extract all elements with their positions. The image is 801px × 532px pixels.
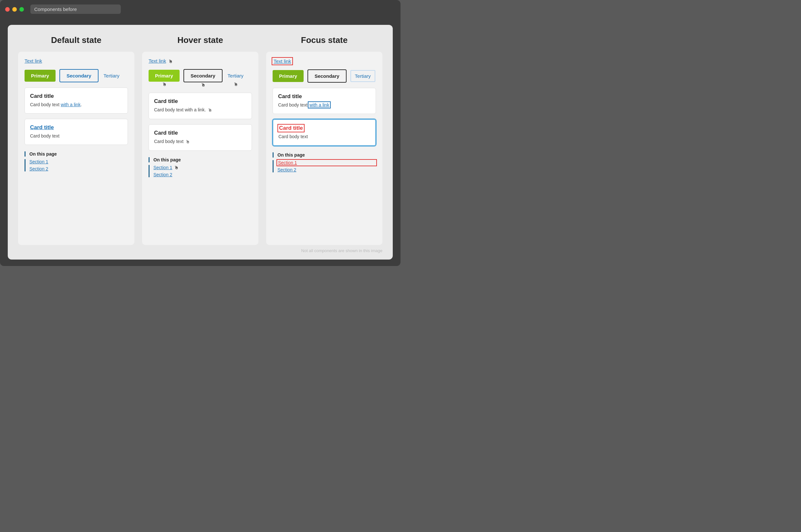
maximize-button[interactable] xyxy=(19,7,24,12)
columns-container: Default state Text link Primary Secondar… xyxy=(18,35,383,245)
hover-card2-title: Card title xyxy=(154,130,246,136)
hover-nav-section2[interactable]: Section 2 xyxy=(153,172,252,177)
focus-card2-title[interactable]: Card title xyxy=(278,125,304,131)
default-on-this-page-label: On this page xyxy=(24,151,128,156)
focus-on-this-page-label: On this page xyxy=(273,152,376,157)
focus-nav: Section 1 Section 2 xyxy=(273,160,376,172)
default-nav-section1[interactable]: Section 1 xyxy=(30,159,128,164)
default-on-this-page: On this page Section 1 Section 2 xyxy=(24,151,128,171)
focus-card2-body: Card body text xyxy=(278,133,370,140)
default-column-card: Text link Primary Secondary Tertiary Car… xyxy=(18,52,134,245)
default-card1-title: Card title xyxy=(30,93,123,99)
hover-nav-cursor: 🖱 xyxy=(174,165,179,170)
column-focus: Focus state Text link Primary Secondary … xyxy=(266,35,383,245)
default-button-row: Primary Secondary Tertiary xyxy=(24,69,128,82)
focus-card1: Card title Card body text with a link xyxy=(273,88,376,114)
hover-secondary-cursor: 🖱 xyxy=(201,82,205,88)
column-hover: Hover state Text link 🖱 Primary 🖱 xyxy=(142,35,258,245)
default-nav-section2[interactable]: Section 2 xyxy=(30,166,128,171)
focus-primary-button[interactable]: Primary xyxy=(273,70,304,82)
default-state-header: Default state xyxy=(18,35,134,45)
default-card2-body: Card body text xyxy=(30,133,123,139)
focus-text-link-label[interactable]: Text link xyxy=(273,58,292,64)
focus-text-link[interactable]: Text link xyxy=(273,58,376,64)
hover-card1-body-text: Card body text with a link. xyxy=(154,107,206,112)
default-text-link[interactable]: Text link xyxy=(24,58,128,64)
hover-card1-title: Card title xyxy=(154,98,246,104)
column-default: Default state Text link Primary Secondar… xyxy=(18,35,134,245)
focus-on-this-page: On this page Section 1 Section 2 xyxy=(273,152,376,172)
minimize-button[interactable] xyxy=(12,7,17,12)
hover-card2: Card title Card body text 🖱 xyxy=(149,124,252,151)
hover-cursor-text: 🖱 xyxy=(168,59,173,64)
hover-card1-cursor: 🖱 xyxy=(208,107,212,114)
focus-card1-body: Card body text with a link xyxy=(278,102,371,109)
default-primary-button[interactable]: Primary xyxy=(24,70,56,82)
focus-state-header: Focus state xyxy=(266,35,383,45)
focus-column-card: Text link Primary Secondary Tertiary Car… xyxy=(266,52,383,245)
titlebar xyxy=(0,0,400,18)
default-secondary-button[interactable]: Secondary xyxy=(59,69,98,82)
default-card1-body-suffix: . xyxy=(80,102,82,107)
default-card2-title-link[interactable]: Card title xyxy=(30,124,123,131)
hover-text-link[interactable]: Text link 🖱 xyxy=(149,58,252,64)
hover-card2-body-text: Card body text xyxy=(154,139,184,144)
hover-nav: Section 1 🖱 Section 2 xyxy=(149,165,252,177)
default-card1: Card title Card body text with a link. xyxy=(24,88,128,114)
content-area: Default state Text link Primary Secondar… xyxy=(0,18,400,266)
hover-text-link-label[interactable]: Text link xyxy=(149,58,166,63)
hover-primary-button[interactable]: Primary xyxy=(149,70,180,82)
close-button[interactable] xyxy=(5,7,10,12)
hover-card1: Card title Card body text with a link. 🖱 xyxy=(149,93,252,119)
hover-button-row: Primary 🖱 Secondary 🖱 Tertiary 🖱 xyxy=(149,69,252,88)
default-card1-body-prefix: Card body text xyxy=(30,102,61,107)
window: Default state Text link Primary Secondar… xyxy=(0,0,400,266)
focus-tertiary-button[interactable]: Tertiary xyxy=(350,70,375,82)
default-text-link-label[interactable]: Text link xyxy=(24,58,42,63)
default-card1-body: Card body text with a link. xyxy=(30,101,123,108)
hover-column-card: Text link 🖱 Primary 🖱 Secondary 🖱 xyxy=(142,52,258,245)
default-card2: Card title Card body text xyxy=(24,119,128,145)
hover-tertiary-button[interactable]: Tertiary xyxy=(226,70,245,82)
hover-card1-body: Card body text with a link. 🖱 xyxy=(154,107,246,114)
focus-card1-link[interactable]: with a link xyxy=(309,102,330,108)
focus-card2[interactable]: Card title Card body text xyxy=(273,119,376,146)
hover-secondary-button[interactable]: Secondary xyxy=(184,69,223,82)
focus-card1-title: Card title xyxy=(278,93,371,100)
focus-nav-section1[interactable]: Section 1 xyxy=(277,160,376,165)
footer-note: Not all components are shown in this ima… xyxy=(18,245,383,253)
focus-card1-body-prefix: Card body text xyxy=(278,102,309,108)
hover-primary-cursor: 🖱 xyxy=(162,82,167,87)
hover-nav-section1[interactable]: Section 1 xyxy=(153,165,172,170)
focus-secondary-button[interactable]: Secondary xyxy=(308,70,347,83)
hover-on-this-page-label: On this page xyxy=(149,157,252,163)
focus-nav-section2[interactable]: Section 2 xyxy=(277,167,376,172)
default-card1-link[interactable]: with a link xyxy=(61,102,80,107)
hover-on-this-page: On this page Section 1 🖱 Section 2 xyxy=(149,157,252,177)
default-tertiary-button[interactable]: Tertiary xyxy=(103,70,121,82)
focus-button-row: Primary Secondary Tertiary xyxy=(273,70,376,83)
hover-state-header: Hover state xyxy=(142,35,258,45)
default-nav: Section 1 Section 2 xyxy=(24,159,128,171)
hover-tertiary-cursor: 🖱 xyxy=(234,82,238,87)
hover-card2-cursor: 🖱 xyxy=(185,138,190,145)
main-panel: Default state Text link Primary Secondar… xyxy=(8,25,393,260)
title-input[interactable] xyxy=(30,4,121,14)
hover-card2-body: Card body text 🖱 xyxy=(154,138,246,145)
